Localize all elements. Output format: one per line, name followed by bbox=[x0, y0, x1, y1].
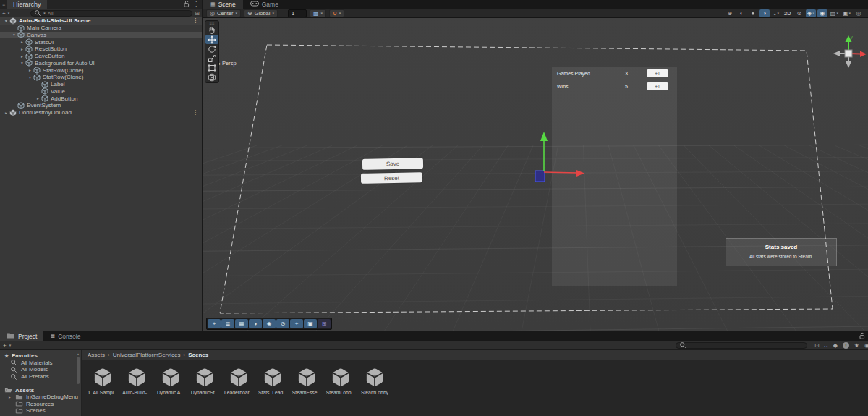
assets-root-folder[interactable]: Assets bbox=[0, 386, 81, 394]
hierarchy-row[interactable]: ▸StatRow(Clone) bbox=[0, 67, 202, 74]
asset-item[interactable]: SteamLobb... bbox=[324, 366, 357, 395]
visibility-eye-icon[interactable]: ◉ bbox=[864, 342, 868, 349]
tool-handle-position-button[interactable]: ◎ Center ▾ bbox=[206, 9, 241, 17]
hierarchy-row[interactable]: ▸DontDestroyOnLoad⋮ bbox=[0, 109, 202, 116]
asset-item[interactable]: 1. All Sampl... bbox=[86, 366, 119, 395]
snap-increment-button[interactable]: ∪ ▾ bbox=[329, 9, 344, 17]
asset-item[interactable]: DynamicSt... bbox=[188, 366, 221, 395]
share-overlay-icon[interactable]: ◈ bbox=[263, 319, 276, 328]
increment-button[interactable]: +1 bbox=[647, 82, 668, 90]
hierarchy-search-input[interactable] bbox=[48, 10, 190, 16]
favorites-star-icon[interactable]: ★ bbox=[854, 342, 859, 349]
search-filter-arrow-icon[interactable]: ▾ bbox=[43, 11, 46, 15]
transform-tool[interactable] bbox=[205, 72, 218, 82]
move-overlay-icon[interactable]: + bbox=[208, 319, 221, 328]
hierarchy-row[interactable]: ▾StatRow(Clone) bbox=[0, 74, 202, 81]
scene-picker-icon[interactable]: ⊞ bbox=[195, 10, 200, 17]
audio-mute-icon[interactable]: ⊘ bbox=[794, 9, 804, 17]
grid-size-field[interactable]: 1 bbox=[288, 9, 307, 17]
expand-arrow-icon[interactable]: ▸ bbox=[19, 54, 25, 59]
tab-scene[interactable]: ▦ Scene bbox=[203, 0, 243, 9]
favorites-header[interactable]: ★Favorites bbox=[0, 352, 81, 360]
hierarchy-kebab-icon[interactable]: ⋮ bbox=[193, 1, 199, 7]
frame-selected-icon[interactable]: ◎ bbox=[854, 9, 864, 17]
rotate-tool[interactable] bbox=[205, 44, 218, 54]
hierarchy-row[interactable]: ▸ResetButton bbox=[0, 46, 202, 53]
scene-visibility-eye-icon[interactable]: ◉ bbox=[817, 9, 827, 17]
hierarchy-row[interactable]: ▸SaveButton bbox=[0, 53, 202, 60]
move-tool[interactable] bbox=[205, 35, 218, 44]
tab-console[interactable]: ≣ Console bbox=[43, 331, 87, 341]
expand-arrow-icon[interactable]: ▾ bbox=[3, 19, 9, 23]
expand-arrow-icon[interactable]: ▾ bbox=[27, 75, 33, 80]
search-by-type-icon[interactable]: ⊡ bbox=[814, 342, 820, 349]
grid-snap-button[interactable]: ▦ ▾ bbox=[310, 9, 326, 17]
network-overlay-icon[interactable]: ⊞ bbox=[318, 319, 331, 328]
package-visibility-icon[interactable]: ∷ bbox=[825, 342, 828, 349]
wireframe-mode-icon[interactable]: ◐ bbox=[736, 9, 746, 17]
expand-arrow-icon[interactable]: ▸ bbox=[7, 395, 12, 399]
asset-item[interactable]: SteamLobby bbox=[358, 366, 391, 395]
hierarchy-row[interactable]: Main Camera bbox=[0, 25, 202, 32]
row-kebab-icon[interactable]: ⋮ bbox=[192, 18, 202, 24]
breadcrumb-item[interactable]: Scenes bbox=[188, 352, 208, 358]
scale-tool[interactable] bbox=[205, 54, 218, 63]
tab-project[interactable]: Project bbox=[0, 331, 43, 341]
asset-item[interactable]: SteamEsse... bbox=[290, 366, 323, 395]
project-create-arrow-icon[interactable]: ▾ bbox=[9, 343, 12, 347]
scene-viewport[interactable]: Games Played3+1Wins5+1 Save Reset Stats … bbox=[203, 18, 868, 331]
hierarchy-row[interactable]: Value bbox=[0, 88, 202, 95]
asset-item[interactable]: Stats_Lead... bbox=[256, 366, 289, 395]
expand-arrow-icon[interactable]: ▸ bbox=[19, 47, 25, 51]
gizmos-dropdown-icon[interactable]: ▣▾ bbox=[841, 9, 852, 17]
expand-arrow-icon[interactable]: ▾ bbox=[11, 33, 17, 37]
chat-overlay-icon[interactable]: ▣ bbox=[304, 319, 317, 328]
project-search-input[interactable] bbox=[689, 342, 804, 348]
project-lock-icon[interactable] bbox=[859, 332, 865, 341]
panel-menu-icon[interactable]: ≡ bbox=[0, 2, 7, 7]
project-create-button[interactable]: + bbox=[3, 342, 7, 349]
scroll-up-icon[interactable]: ▴ bbox=[76, 352, 80, 356]
project-search[interactable] bbox=[676, 342, 807, 349]
folder-item[interactable]: ▸InGameDebugMenu bbox=[0, 394, 81, 401]
create-menu-button[interactable]: + bbox=[2, 10, 6, 17]
hierarchy-row[interactable]: ▾Canvas bbox=[0, 32, 202, 39]
hidden-count-icon[interactable]: ! bbox=[843, 342, 849, 349]
transform-overlay-icon[interactable]: + bbox=[290, 319, 303, 328]
scene-visibility-dropdown-icon[interactable]: ◈▾ bbox=[806, 9, 816, 17]
create-menu-arrow-icon[interactable]: ▾ bbox=[8, 11, 10, 15]
hierarchy-row[interactable]: EventSystem bbox=[0, 102, 202, 109]
scroll-thumb[interactable] bbox=[77, 357, 80, 384]
expand-arrow-icon[interactable]: ▸ bbox=[3, 111, 9, 115]
hierarchy-row[interactable]: Label bbox=[0, 81, 202, 88]
hierarchy-row[interactable]: ▾Background for Auto UI bbox=[0, 60, 202, 67]
render-overlay-icon[interactable]: ◑ bbox=[249, 319, 262, 328]
expand-arrow-icon[interactable]: ▸ bbox=[19, 40, 25, 44]
shaded-mode-icon[interactable]: ⊕ bbox=[725, 9, 735, 17]
lock-icon[interactable] bbox=[183, 0, 190, 9]
folder-item[interactable]: Resources bbox=[0, 401, 81, 408]
asset-item[interactable]: Auto-Build-... bbox=[120, 366, 153, 395]
breadcrumb-item[interactable]: Assets bbox=[88, 352, 105, 358]
view-hand-tool[interactable] bbox=[205, 25, 218, 35]
search-overlay-icon[interactable]: ⊙ bbox=[276, 319, 289, 328]
orientation-gizmo[interactable]: y x bbox=[828, 24, 868, 80]
tab-game[interactable]: Game bbox=[243, 0, 286, 9]
effects-dropdown-icon[interactable]: ◒▾ bbox=[771, 9, 781, 17]
hierarchy-row[interactable]: ▸AddButton bbox=[0, 95, 202, 102]
label-icon[interactable]: ◆ bbox=[833, 342, 838, 349]
hierarchy-search[interactable]: ▾ bbox=[30, 10, 192, 17]
hierarchy-tab[interactable]: Hierarchy bbox=[7, 0, 47, 9]
favorite-item[interactable]: All Models bbox=[0, 366, 81, 373]
mode-2d-toggle[interactable]: 2D bbox=[783, 9, 793, 17]
hierarchy-row[interactable]: ▾Auto-Build-Stats-UI Scene⋮ bbox=[0, 17, 202, 25]
expand-arrow-icon[interactable]: ▸ bbox=[35, 96, 41, 101]
increment-button[interactable]: +1 bbox=[647, 69, 668, 77]
favorite-item[interactable]: All Prefabs bbox=[0, 373, 81, 381]
sidebar-scrollbar[interactable]: ▴ bbox=[76, 352, 80, 395]
favorite-item[interactable]: All Materials bbox=[0, 360, 81, 367]
folder-item[interactable]: Scenes bbox=[0, 407, 81, 415]
reset-button[interactable]: Reset bbox=[361, 172, 422, 184]
expand-arrow-icon[interactable]: ▸ bbox=[27, 68, 33, 72]
layers-dropdown-icon[interactable]: ▤▾ bbox=[829, 9, 840, 17]
